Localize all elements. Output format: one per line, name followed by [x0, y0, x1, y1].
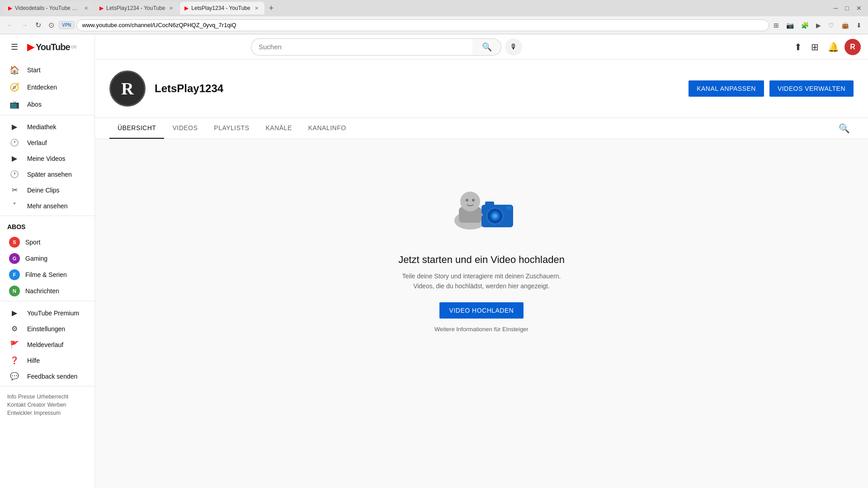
sidebar-item-label: Nachrichten	[25, 287, 59, 295]
start-icon: 🏠	[9, 65, 20, 75]
youtube-logo[interactable]: ▶ YouTube DE	[27, 41, 77, 53]
sidebar-item-nachrichten[interactable]: N Nachrichten	[2, 283, 93, 299]
close-button[interactable]: ✕	[854, 4, 864, 13]
sidebar-item-label: Später ansehen	[27, 171, 72, 178]
sidebar-item-meldeverlauf[interactable]: 🚩 Meldeverlauf	[2, 337, 93, 352]
filme-avatar: F	[9, 269, 20, 280]
upload-button[interactable]: ⬆	[791, 38, 806, 56]
sidebar-library-section: ▶ Mediathek 🕐 Verlauf ▶ Meine Videos 🕐 S…	[0, 117, 94, 216]
tab-videos[interactable]: VIDEOS	[164, 118, 206, 139]
sidebar-item-feedback[interactable]: 💬 Feedback senden	[2, 368, 93, 384]
sidebar-item-sport[interactable]: S Sport	[2, 234, 93, 250]
sidebar-item-label: Feedback senden	[27, 373, 77, 380]
back-button[interactable]: ←	[4, 19, 16, 31]
sidebar-item-mediathek[interactable]: ▶ Mediathek	[2, 119, 93, 135]
vpn-badge: VPN	[59, 21, 75, 29]
extensions2-button[interactable]: 🧩	[798, 20, 811, 31]
wallet-button[interactable]: 👜	[839, 20, 852, 31]
premium-icon: ▶	[9, 309, 20, 317]
tab-title-1: Videodetails - YouTube St...	[15, 5, 80, 11]
sidebar-bottom-section: ▶ YouTube Premium ⚙ Einstellungen 🚩 Meld…	[0, 303, 94, 386]
mic-button[interactable]: 🎙	[505, 38, 522, 56]
tab-search-button[interactable]: 🔍	[835, 119, 854, 137]
sidebar-item-label: Verlauf	[27, 139, 47, 146]
feedback-icon: 💬	[9, 372, 20, 380]
tab-playlists[interactable]: PLAYLISTS	[206, 118, 257, 139]
videos-verwalten-button[interactable]: VIDEOS VERWALTEN	[769, 80, 854, 97]
notifications-button[interactable]: 🔔	[824, 38, 843, 56]
screenshot-button[interactable]: 📷	[783, 20, 797, 31]
kanal-anpassen-button[interactable]: KANAL ANPASSEN	[689, 80, 764, 97]
tab-inactive-2[interactable]: ▶ LetsPlay1234 - YouTube ✕	[95, 2, 179, 14]
footer-link-creator[interactable]: Creator	[28, 402, 46, 408]
tv-icon: 📺	[9, 99, 20, 109]
footer-link-presse[interactable]: Presse	[18, 394, 35, 400]
tab-kanalinfo[interactable]: KANALINFO	[300, 118, 354, 139]
sidebar-item-label: Start	[27, 66, 41, 74]
sidebar-item-filme-serien[interactable]: F Filme & Serien	[2, 267, 93, 283]
media-button[interactable]: ▶	[813, 20, 824, 31]
sidebar-item-label: Einstellungen	[27, 325, 65, 333]
sidebar-item-hilfe[interactable]: ❓ Hilfe	[2, 352, 93, 368]
tab-uebersicht[interactable]: ÜBERSICHT	[109, 118, 164, 139]
bookmark-button[interactable]: ♡	[826, 20, 837, 31]
footer-link-entwickler[interactable]: Entwickler	[7, 410, 32, 416]
video-hochladen-button[interactable]: VIDEO HOCHLADEN	[439, 302, 524, 319]
sidebar-item-abos[interactable]: 📺 Abos	[2, 96, 93, 113]
apps-button[interactable]: ⊞	[807, 38, 822, 56]
video-icon: ▶	[9, 154, 20, 163]
sidebar-item-label: Sport	[25, 239, 40, 246]
right-panel: 🔍 🎙 ⬆ ⊞ 🔔 R R LetsPlay1234	[95, 34, 868, 488]
sidebar-item-youtube-premium[interactable]: ▶ YouTube Premium	[2, 305, 93, 321]
hamburger-button[interactable]: ☰	[7, 38, 22, 56]
sidebar-item-spaeter-ansehen[interactable]: 🕐 Später ansehen	[2, 166, 93, 182]
history-icon: 🕐	[9, 138, 20, 147]
home-button[interactable]: ⊙	[46, 19, 57, 31]
extensions-button[interactable]: ⊞	[771, 20, 782, 31]
search-button[interactable]: 🔍	[472, 38, 501, 56]
sidebar-item-start[interactable]: 🏠 Start	[2, 61, 93, 79]
avatar-button[interactable]: R	[844, 39, 861, 55]
browser-chrome: ▶ Videodetails - YouTube St... ✕ ▶ LetsP…	[0, 0, 868, 34]
footer-link-kontakt[interactable]: Kontakt	[7, 402, 26, 408]
footer-link-impressum[interactable]: Impressum	[34, 410, 61, 416]
chevron-down-icon: ˅	[9, 202, 20, 210]
tab-close-2[interactable]: ✕	[168, 5, 175, 12]
address-input[interactable]	[76, 19, 769, 31]
sidebar-item-gaming[interactable]: G Gaming	[2, 250, 93, 267]
help-icon: ❓	[9, 356, 20, 365]
empty-state: Jetzt starten und ein Video hochladen Te…	[95, 139, 868, 360]
nav-right-icons: ⬆ ⊞ 🔔 R	[791, 38, 861, 56]
sidebar-item-label: Mehr ansehen	[27, 202, 68, 210]
compass-icon: 🧭	[9, 82, 20, 92]
new-tab-button[interactable]: +	[265, 3, 278, 13]
footer-link-urheberrecht[interactable]: Urheberrecht	[37, 394, 68, 400]
reload-button[interactable]: ↻	[33, 19, 44, 31]
footer-link-werben[interactable]: Werben	[47, 402, 66, 408]
restore-button[interactable]: □	[843, 4, 852, 13]
sidebar-item-verlauf[interactable]: 🕐 Verlauf	[2, 135, 93, 150]
svg-rect-11	[506, 206, 512, 210]
sidebar-item-entdecken[interactable]: 🧭 Entdecken	[2, 79, 93, 96]
tab-kanaele[interactable]: KANÄLE	[257, 118, 300, 139]
channel-actions: KANAL ANPASSEN VIDEOS VERWALTEN	[689, 80, 854, 97]
sidebar-item-label: Mediathek	[27, 123, 57, 131]
sidebar-item-meine-videos[interactable]: ▶ Meine Videos	[2, 150, 93, 166]
yt-logo-text: YouTube	[36, 42, 70, 52]
tab-active-3[interactable]: ▶ LetsPlay1234 - YouTube ✕	[180, 2, 264, 14]
forward-button[interactable]: →	[18, 19, 31, 31]
sidebar-item-deine-clips[interactable]: ✂ Deine Clips	[2, 182, 93, 198]
sidebar-item-einstellungen[interactable]: ⚙ Einstellungen	[2, 321, 93, 337]
tab-close-3[interactable]: ✕	[253, 5, 260, 12]
channel-header: R LetsPlay1234 KANAL ANPASSEN VIDEOS VER…	[95, 60, 868, 118]
tab-inactive-1[interactable]: ▶ Videodetails - YouTube St... ✕	[4, 2, 94, 14]
einsteiger-link[interactable]: Weitere Informationen für Einsteiger	[434, 326, 528, 333]
svg-point-4	[472, 199, 475, 202]
minimize-button[interactable]: ─	[831, 4, 841, 13]
download-button[interactable]: ⬇	[854, 20, 864, 31]
channel-info: R LetsPlay1234	[109, 70, 223, 107]
sidebar-item-mehr-ansehen[interactable]: ˅ Mehr ansehen	[2, 198, 93, 214]
footer-link-info[interactable]: Info	[7, 394, 16, 400]
search-input[interactable]	[251, 38, 472, 56]
tab-close-1[interactable]: ✕	[83, 5, 90, 12]
